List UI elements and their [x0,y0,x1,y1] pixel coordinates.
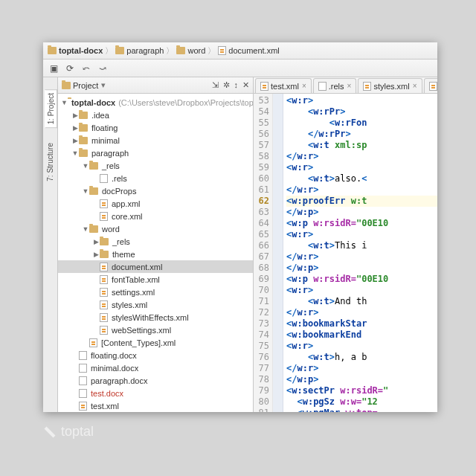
code-line[interactable]: </w:p> [286,263,437,274]
code-line[interactable]: <w:sectPr w:rsidR=" [286,385,437,396]
code-line[interactable]: <w:r> [286,95,437,106]
tree-node[interactable]: .rels [58,172,253,184]
tree-node[interactable]: ▼_rels [58,159,253,172]
expand-arrow-icon[interactable]: ▼ [82,225,89,233]
expand-arrow-icon[interactable]: ▼ [71,149,79,157]
toolbar-button[interactable]: ⤻ [96,62,109,75]
chevron-down-icon[interactable]: ▾ [101,80,106,90]
tree-node[interactable]: ▶minimal [58,134,253,147]
expand-arrow-icon[interactable]: ▶ [92,251,100,258]
toolbar-button[interactable]: ⟳ [63,62,77,75]
code-line[interactable]: <w:t>h, a b [286,352,437,363]
expand-arrow-icon[interactable]: ▶ [92,238,100,245]
tree-node[interactable]: settings.xml [58,286,253,298]
code-line[interactable]: </w:r> [286,184,437,196]
tree-node[interactable]: ▼docProps [58,184,253,197]
tab-structure[interactable]: 7: Structure [45,140,56,184]
code-line[interactable]: <w:t>This i [286,240,437,251]
gutter-margin [273,94,283,412]
editor-tab[interactable]: test.xml× [255,78,312,93]
tree-node[interactable]: stylesWithEffects.xml [58,311,253,324]
tree-node[interactable]: ▼paragraph [58,147,253,159]
breadcrumb-item[interactable]: word [176,46,205,55]
code-line[interactable]: <w:proofErr w:t [286,196,437,207]
close-icon[interactable]: × [347,82,352,90]
tree-node[interactable]: core.xml [58,210,253,222]
expand-arrow-icon[interactable]: ▶ [71,137,79,144]
code-line[interactable]: <w:r> [286,341,437,352]
code-line[interactable]: <w:r> [286,162,437,173]
tree-node[interactable]: ▶.idea [58,109,253,121]
tree-node[interactable]: styles.xml [58,298,253,311]
code-line[interactable]: </w:p> [286,374,437,385]
xml-icon [100,199,108,208]
tree-node[interactable]: minimal.docx [58,361,253,374]
code-line[interactable]: </w:p> [286,207,437,218]
code-line[interactable]: </w:rPr> [286,129,437,140]
file-icon [79,351,87,360]
code-area[interactable]: 5354555657585960616263646566676869707172… [254,94,437,412]
code-line[interactable]: <w:rPr> [286,106,437,118]
code-line[interactable]: <w:p w:rsidR="00E10 [286,218,437,229]
tree-node[interactable]: webSettings.xml [58,324,253,336]
editor-tab[interactable]: them [424,78,438,93]
tree-node[interactable]: app.xml [58,197,253,210]
tab-project[interactable]: 1: Project [45,89,57,128]
tree-node[interactable]: document.xml [58,260,253,273]
code-line[interactable]: <w:bookmarkEnd [286,329,437,341]
close-icon[interactable]: × [302,82,306,90]
autoscroll-icon[interactable]: ↕ [234,80,239,90]
tree-node[interactable]: test.docx [58,387,253,399]
tree-node[interactable]: ▼word [58,222,253,235]
folder-icon [62,82,71,89]
tree-node[interactable]: ▶floating [58,121,253,134]
tree-node[interactable]: ▶_rels [58,235,253,248]
expand-arrow-icon[interactable]: ▶ [71,124,79,132]
code-line[interactable]: <w:pgSz w:w="12 [286,396,437,408]
expand-arrow-icon[interactable]: ▼ [82,187,89,195]
code-line[interactable]: <w:t xml:sp [286,140,437,151]
code-line[interactable]: <w:bookmarkStar [286,318,437,329]
tree-node[interactable]: test.xml [58,399,253,412]
tree-node[interactable]: paragraph.docx [58,374,253,387]
breadcrumb-item[interactable]: document.xml [218,46,279,55]
code-line[interactable]: <w:r> [286,285,437,296]
code-line[interactable]: </w:r> [286,363,437,374]
toolbar: ▣ ⟳ ⤺ ⤻ [43,60,437,77]
editor-tab[interactable]: .rels× [313,78,357,93]
folder-icon [79,124,88,132]
code-line[interactable]: <w:t>And th [286,296,437,307]
close-icon[interactable]: × [413,82,417,90]
code-line[interactable]: </w:r> [286,151,437,162]
expand-arrow-icon[interactable]: ▶ [71,112,79,119]
toolbar-button[interactable]: ⤺ [80,62,93,75]
toolbar-button[interactable]: ▣ [47,62,60,75]
folder-icon [79,137,88,144]
tree-node[interactable]: floating.docx [58,349,253,361]
breadcrumb-item[interactable]: toptal-docx [48,46,103,55]
expand-arrow-icon[interactable]: ▼ [82,162,89,170]
tree-node[interactable]: ▶theme [58,248,253,260]
breadcrumb-item[interactable]: paragraph [115,46,164,55]
code-line[interactable]: <w:rFon [286,118,437,129]
expand-arrow-icon[interactable]: ▼ [61,99,68,106]
code-line[interactable]: <w:r> [286,229,437,240]
tree-label: settings.xml [112,288,155,297]
collapse-all-icon[interactable]: ⇲ [212,80,219,90]
chevron-right-icon: 〉 [105,45,113,57]
code-line[interactable]: <w:t>also.< [286,173,437,184]
code-line[interactable]: </w:r> [286,307,437,318]
code-line[interactable]: <w:p w:rsidR="00E10 [286,274,437,285]
tree-node[interactable]: ▼toptal-docx(C:\Users\steve\Dropbox\Proj… [58,96,253,109]
gear-icon[interactable]: ✲ [223,80,230,90]
code-line[interactable]: <w:pgMar w:top= [286,408,437,412]
code[interactable]: <w:r> <w:rPr> <w:rFon </w:rPr> <w:t xml:… [283,94,437,412]
code-line[interactable]: </w:r> [286,251,437,263]
hide-icon[interactable]: ✕ [242,80,249,90]
xml-icon [429,82,437,91]
tree-label: paragraph [91,149,129,158]
project-tree[interactable]: ▼toptal-docx(C:\Users\steve\Dropbox\Proj… [58,94,253,412]
editor-tab[interactable]: styles.xml× [358,78,422,93]
tree-node[interactable]: [Content_Types].xml [58,336,253,349]
tree-node[interactable]: fontTable.xml [58,273,253,286]
